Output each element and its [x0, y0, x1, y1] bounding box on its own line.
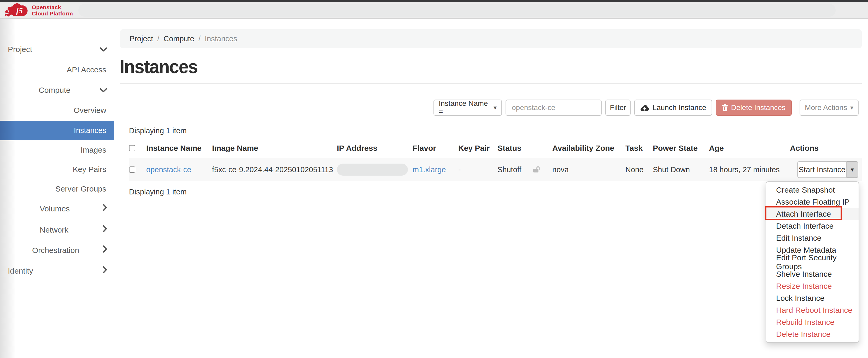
header-redacted-area [78, 4, 836, 17]
menu-item-hard-reboot-instance[interactable]: Hard Reboot Instance [766, 304, 859, 316]
sidebar-item-api-access[interactable]: API Access [0, 64, 114, 76]
sidebar-item-orchestration[interactable]: Orchestration [0, 245, 114, 256]
brand-logo[interactable]: f5 Openstack Cloud Platform [4, 3, 73, 18]
sidebar-item-label: Images [81, 146, 106, 154]
col-header-power-state[interactable]: Power State [653, 139, 709, 158]
status-cell: Shutoff [497, 166, 521, 174]
more-actions-button[interactable]: More Actions ▾ [800, 99, 859, 116]
breadcrumb-project[interactable]: Project [129, 34, 153, 43]
sidebar-item-label: Identity [8, 267, 33, 275]
task-cell: None [625, 166, 644, 174]
filter-button[interactable]: Filter [605, 99, 631, 116]
sidebar-item-key-pairs[interactable]: Key Pairs [0, 163, 114, 175]
table-row: openstack-ce f5xc-ce-9.2024.44-202501020… [129, 158, 862, 181]
unlock-icon [533, 165, 542, 173]
sidebar-item-label: Project [8, 45, 32, 54]
chevron-down-icon [99, 43, 107, 55]
table-toolbar: Instance Name = ▾ Filter Launch Instance [433, 99, 859, 116]
sidebar-item-overview[interactable]: Overview [0, 105, 114, 116]
sidebar-item-label: Network [40, 226, 68, 234]
sidebar-item-label: Compute [39, 86, 70, 94]
caret-down-icon: ▾ [851, 166, 854, 173]
sidebar-item-volumes[interactable]: Volumes [0, 203, 114, 214]
filter-button-label: Filter [610, 103, 626, 112]
sidebar-item-label: Server Groups [55, 184, 106, 193]
launch-instance-button[interactable]: Launch Instance [634, 99, 712, 116]
col-header-key-pair[interactable]: Key Pair [458, 139, 497, 158]
menu-item-attach-interface[interactable]: Attach Interface [766, 208, 859, 220]
select-all-checkbox[interactable] [129, 145, 135, 151]
row-actions-dropdown-toggle[interactable]: ▾ [847, 161, 858, 178]
menu-item-delete-instance[interactable]: Delete Instance [766, 328, 859, 340]
instances-table: Instance Name Image Name IP Address Flav… [129, 139, 862, 181]
breadcrumb: Project / Compute / Instances [120, 29, 862, 48]
svg-text:f5: f5 [16, 6, 23, 15]
filter-field-select[interactable]: Instance Name = ▾ [433, 99, 502, 116]
col-header-status[interactable]: Status [497, 139, 533, 158]
trash-icon [722, 104, 728, 111]
chevron-right-icon [103, 224, 107, 236]
instance-name-link[interactable]: openstack-ce [146, 166, 191, 174]
col-header-availability-zone[interactable]: Availability Zone [552, 139, 625, 158]
item-count-top: Displaying 1 item [129, 126, 187, 135]
search-input[interactable] [505, 99, 602, 116]
item-count-bottom: Displaying 1 item [129, 188, 187, 196]
filter-field-label: Instance Name = [439, 99, 494, 116]
breadcrumb-separator: / [198, 34, 200, 43]
caret-down-icon: ▾ [494, 104, 497, 111]
menu-item-lock-instance[interactable]: Lock Instance [766, 292, 859, 304]
row-actions-menu: Create Snapshot Associate Floating IP At… [766, 181, 859, 343]
chevron-right-icon [103, 203, 107, 214]
menu-item-edit-port-security-groups[interactable]: Edit Port Security Groups [766, 256, 859, 268]
col-header-instance-name[interactable]: Instance Name [146, 139, 212, 158]
menu-item-resize-instance[interactable]: Resize Instance [766, 280, 859, 292]
launch-instance-label: Launch Instance [653, 103, 706, 112]
chevron-down-icon [99, 84, 107, 96]
sidebar-item-images[interactable]: Images [0, 144, 114, 156]
col-header-lock [533, 139, 552, 158]
power-state-cell: Shut Down [653, 166, 690, 174]
sidebar-item-label: Overview [74, 106, 106, 115]
breadcrumb-compute[interactable]: Compute [163, 34, 194, 43]
more-actions-label: More Actions [805, 103, 847, 112]
window-top-strip [0, 0, 868, 2]
delete-instances-label: Delete Instances [731, 103, 786, 112]
sidebar-item-compute[interactable]: Compute [0, 84, 114, 96]
col-header-ip-address[interactable]: IP Address [337, 139, 412, 158]
menu-item-associate-floating-ip[interactable]: Associate Floating IP [766, 196, 859, 208]
delete-instances-button[interactable]: Delete Instances [716, 99, 792, 116]
menu-item-rebuild-instance[interactable]: Rebuild Instance [766, 316, 859, 328]
menu-item-create-snapshot[interactable]: Create Snapshot [766, 184, 859, 196]
col-header-image-name[interactable]: Image Name [212, 139, 337, 158]
key-pair-cell: - [458, 166, 461, 174]
sidebar-item-label: Instances [74, 126, 106, 135]
menu-item-edit-instance[interactable]: Edit Instance [766, 232, 859, 244]
breadcrumb-separator: / [157, 34, 159, 43]
sidebar-item-label: Volumes [40, 204, 70, 213]
sidebar-nav: Project API Access Compute Overview Inst… [0, 19, 114, 358]
cloud-upload-icon [640, 104, 649, 111]
sidebar-item-label: API Access [67, 65, 106, 74]
start-instance-button[interactable]: Start Instance [797, 161, 847, 178]
availability-zone-cell: nova [552, 166, 569, 174]
sidebar-item-label: Orchestration [32, 246, 79, 255]
sidebar-item-project[interactable]: Project [0, 43, 114, 55]
flavor-link[interactable]: m1.xlarge [412, 166, 446, 174]
col-header-flavor[interactable]: Flavor [412, 139, 458, 158]
menu-item-detach-interface[interactable]: Detach Interface [766, 220, 859, 232]
sidebar-item-identity[interactable]: Identity [0, 265, 114, 277]
sidebar-item-server-groups[interactable]: Server Groups [0, 183, 114, 195]
f5-cloud-logo-icon: f5 [4, 2, 29, 19]
image-name-cell: f5xc-ce-9.2024.44-20250102051113 [212, 166, 333, 174]
row-actions-split-button: Start Instance ▾ [797, 161, 858, 178]
sidebar-item-instances[interactable]: Instances [0, 121, 114, 140]
chevron-right-icon [103, 265, 107, 277]
sidebar-item-network[interactable]: Network [0, 224, 114, 236]
col-header-age[interactable]: Age [709, 139, 790, 158]
app-header: f5 Openstack Cloud Platform [0, 2, 868, 19]
col-header-task[interactable]: Task [625, 139, 653, 158]
row-checkbox[interactable] [129, 167, 135, 173]
table-header-row: Instance Name Image Name IP Address Flav… [129, 139, 862, 158]
page-title: Instances [120, 56, 197, 77]
horizon-instances-page: f5 Openstack Cloud Platform Project API … [0, 0, 868, 358]
